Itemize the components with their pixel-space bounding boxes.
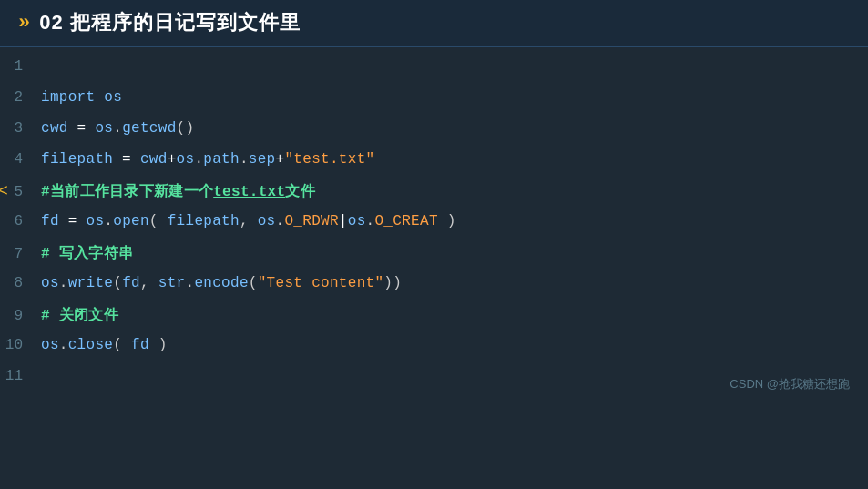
token-var: cwd bbox=[41, 120, 68, 137]
token-fn: str bbox=[158, 275, 186, 291]
line-content: import os bbox=[41, 89, 122, 106]
double-chevron-icon: » bbox=[18, 12, 28, 35]
token-op: = bbox=[113, 151, 140, 168]
token-str: "Test content" bbox=[258, 275, 384, 291]
token-const: O_CREAT bbox=[374, 213, 437, 229]
code-line: 2import os bbox=[0, 87, 868, 118]
token-punc: ( bbox=[113, 275, 122, 291]
token-punc: . bbox=[113, 120, 122, 137]
token-var: filepath bbox=[41, 151, 113, 168]
token-fn: open bbox=[113, 213, 149, 229]
token-punc: ( bbox=[249, 275, 258, 291]
token-plain: sep bbox=[249, 151, 276, 168]
token-plain: os bbox=[177, 151, 195, 168]
header-title: 02 把程序的日记写到文件里 bbox=[39, 9, 301, 36]
token-plain: path bbox=[203, 151, 240, 168]
token-op: + bbox=[276, 151, 285, 168]
token-fn: write bbox=[68, 275, 114, 291]
token-comment-bold: test.txt bbox=[213, 184, 285, 200]
token-comment: 文件 bbox=[285, 184, 315, 200]
token-op: + bbox=[168, 151, 177, 168]
line-content: fd = os.open( filepath, os.O_RDWR|os.O_C… bbox=[41, 213, 456, 229]
token-punc: . bbox=[59, 337, 68, 353]
token-punc: . bbox=[104, 213, 113, 229]
token-plain: os bbox=[41, 275, 59, 291]
line-number: 6 bbox=[0, 213, 41, 229]
token-punc: , bbox=[240, 213, 258, 229]
token-plain: fd bbox=[122, 275, 140, 291]
token-punc: ( bbox=[113, 337, 131, 353]
token-fn: encode bbox=[194, 275, 248, 291]
token-punc: , bbox=[140, 275, 158, 291]
line-number: 3 bbox=[0, 120, 41, 137]
token-punc: ) bbox=[149, 337, 168, 353]
code-line: 9# 关闭文件 bbox=[0, 304, 868, 335]
token-punc: . bbox=[59, 275, 68, 291]
token-punc: )) bbox=[383, 275, 402, 291]
token-plain: os bbox=[348, 213, 366, 229]
line-number: 8 bbox=[0, 275, 41, 291]
line-content: # 写入字符串 bbox=[41, 244, 133, 263]
token-punc: . bbox=[366, 213, 375, 229]
line-number: 11 bbox=[0, 368, 41, 384]
code-line: 1 bbox=[0, 56, 868, 87]
token-punc: . bbox=[276, 213, 285, 229]
token-op: = bbox=[68, 120, 96, 137]
token-plain: os bbox=[95, 89, 122, 106]
token-punc: () bbox=[177, 120, 195, 137]
line-number: 2 bbox=[0, 89, 41, 106]
token-comment: #当前工作目录下新建一个 bbox=[41, 184, 213, 200]
line-number: 4 bbox=[0, 151, 41, 168]
token-fn: getcwd bbox=[122, 120, 176, 137]
line-number: 1 bbox=[0, 58, 41, 75]
token-comment: # 写入字符串 bbox=[41, 246, 133, 262]
token-plain: os bbox=[87, 213, 105, 229]
token-punc: . bbox=[240, 151, 249, 168]
code-line: 8os.write(fd, str.encode("Test content")… bbox=[0, 273, 868, 304]
line-content: # 关闭文件 bbox=[41, 306, 118, 325]
line-content: os.write(fd, str.encode("Test content")) bbox=[41, 275, 402, 291]
header: » 02 把程序的日记写到文件里 bbox=[0, 0, 868, 47]
token-var: fd bbox=[41, 213, 59, 229]
token-punc: . bbox=[194, 151, 203, 168]
line-content: filepath = cwd+os.path.sep+"test.txt" bbox=[41, 151, 374, 168]
line-number: 9 bbox=[0, 308, 41, 324]
token-comment: # 关闭文件 bbox=[41, 308, 118, 324]
code-line: 4filepath = cwd+os.path.sep+"test.txt" bbox=[0, 149, 868, 180]
token-plain: os bbox=[95, 120, 113, 137]
token-punc: . bbox=[185, 275, 194, 291]
line-number: 7 bbox=[0, 246, 41, 262]
token-str: "test.txt" bbox=[284, 151, 374, 168]
token-op: = bbox=[59, 213, 87, 229]
token-fn: close bbox=[68, 337, 114, 353]
token-plain: cwd bbox=[140, 151, 168, 168]
arrow-indicator-icon: < bbox=[0, 182, 8, 200]
token-op: | bbox=[339, 213, 348, 229]
code-container: 12import os3cwd = os.getcwd()4filepath =… bbox=[0, 47, 868, 406]
token-plain: filepath bbox=[168, 213, 240, 229]
line-number: 10 bbox=[0, 337, 41, 353]
code-line: 6fd = os.open( filepath, os.O_RDWR|os.O_… bbox=[0, 211, 868, 242]
token-kw: import bbox=[41, 89, 95, 106]
token-punc: ) bbox=[438, 213, 456, 229]
code-line: 5<#当前工作目录下新建一个test.txt文件 bbox=[0, 180, 868, 211]
code-line: 7# 写入字符串 bbox=[0, 242, 868, 273]
code-line: 3cwd = os.getcwd() bbox=[0, 118, 868, 149]
token-plain: os bbox=[41, 337, 59, 353]
token-plain: os bbox=[258, 213, 276, 229]
line-content: cwd = os.getcwd() bbox=[41, 120, 194, 137]
token-const: O_RDWR bbox=[284, 213, 338, 229]
line-content: os.close( fd ) bbox=[41, 337, 168, 353]
token-plain: fd bbox=[131, 337, 149, 353]
token-punc: ( bbox=[149, 213, 168, 229]
watermark: CSDN @抢我糖还想跑 bbox=[730, 376, 850, 392]
line-content: #当前工作目录下新建一个test.txt文件 bbox=[41, 182, 315, 201]
code-line: 10os.close( fd ) bbox=[0, 335, 868, 366]
